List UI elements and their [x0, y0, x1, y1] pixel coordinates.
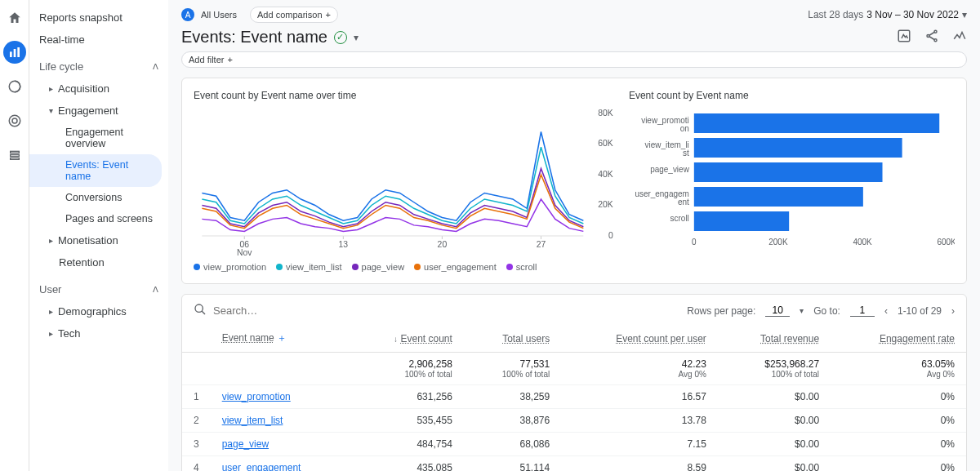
chevron-up-icon: ᐱ — [153, 285, 158, 294]
legend-item[interactable]: view_item_list — [276, 262, 341, 272]
legend-item[interactable]: view_promotion — [194, 262, 266, 272]
svg-point-45 — [195, 304, 203, 312]
sidebar-item-conversions[interactable]: Conversions — [29, 187, 168, 208]
col-event-name[interactable]: Event name — [222, 332, 274, 344]
plus-icon: + — [227, 55, 232, 64]
page-range: 1-10 of 29 — [898, 305, 942, 317]
customize-icon[interactable] — [897, 29, 911, 46]
sidebar-item-demographics[interactable]: ▸Demographics — [29, 300, 168, 322]
search-icon — [194, 303, 207, 318]
col-revenue[interactable]: Total revenue — [760, 333, 819, 344]
page-title: Events: Event name ✓ ▾ — [181, 28, 359, 47]
explore-icon[interactable] — [3, 75, 26, 98]
line-chart: Event count by Event name over time 020K… — [194, 90, 617, 272]
legend-item[interactable]: user_engagement — [414, 262, 497, 272]
audience-badge: A — [181, 8, 194, 21]
chevron-right-icon: ▸ — [49, 307, 53, 316]
svg-text:on: on — [680, 124, 689, 133]
col-engagement[interactable]: Engagement rate — [880, 333, 955, 344]
plus-icon: + — [326, 10, 331, 20]
all-users-chip[interactable]: All Users — [201, 7, 243, 22]
svg-text:st: st — [683, 149, 689, 158]
sidebar-item-reports-snapshot[interactable]: Reports snapshot — [29, 7, 168, 29]
svg-rect-34 — [694, 162, 883, 182]
table-row: 4user_engagement435,08551,1148.59$0.000% — [182, 456, 966, 472]
chevron-down-icon[interactable]: ▾ — [354, 32, 359, 43]
svg-point-11 — [927, 35, 929, 38]
goto-input[interactable] — [850, 304, 875, 317]
sidebar-item-engagement-overview[interactable]: Engagement overview — [29, 122, 168, 154]
advertising-icon[interactable] — [3, 109, 26, 132]
svg-text:0: 0 — [608, 231, 613, 240]
add-comparison-button[interactable]: Add comparison+ — [250, 7, 338, 23]
svg-rect-36 — [694, 187, 863, 207]
svg-text:13: 13 — [339, 240, 349, 249]
rows-per-page-label: Rows per page: — [687, 305, 755, 317]
table-row: 2view_item_list535,45538,87613.78$0.000% — [182, 409, 966, 433]
svg-rect-1 — [13, 49, 16, 57]
event-link[interactable]: view_item_list — [222, 415, 283, 426]
add-dimension-button[interactable]: ＋ — [277, 332, 287, 344]
svg-rect-7 — [10, 154, 19, 156]
table-row: 3page_view484,75468,0867.15$0.000% — [182, 433, 966, 456]
svg-text:80K: 80K — [598, 109, 613, 118]
svg-text:20: 20 — [438, 240, 448, 249]
bar-chart: Event count by Event name view_promotion… — [629, 90, 955, 272]
share-icon[interactable] — [924, 29, 939, 46]
home-icon[interactable] — [3, 7, 26, 29]
table-row: 1view_promotion631,25638,25916.57$0.000% — [182, 385, 966, 409]
col-total-users[interactable]: Total users — [502, 333, 550, 344]
svg-rect-6 — [10, 151, 19, 153]
chevron-down-icon: ▾ — [962, 9, 967, 20]
goto-label: Go to: — [813, 305, 840, 317]
svg-text:ent: ent — [678, 198, 689, 207]
svg-point-5 — [12, 118, 17, 123]
sidebar-item-tech[interactable]: ▸Tech — [29, 322, 168, 344]
col-event-count[interactable]: Event count — [400, 333, 452, 344]
main-content: A All Users Add comparison+ Last 28 days… — [168, 0, 980, 471]
verified-icon[interactable]: ✓ — [334, 31, 347, 44]
svg-point-12 — [934, 39, 937, 42]
sidebar-item-acquisition[interactable]: ▸Acquisition — [29, 78, 168, 100]
sidebar-item-events[interactable]: Events: Event name — [29, 154, 162, 187]
date-range-picker[interactable]: Last 28 days 3 Nov – 30 Nov 2022 ▾ — [808, 9, 967, 20]
chevron-right-icon: ▸ — [49, 84, 53, 93]
next-page-icon[interactable]: › — [951, 305, 955, 317]
sidebar-item-engagement[interactable]: ▾Engagement — [29, 100, 168, 122]
svg-rect-28 — [694, 113, 939, 133]
svg-text:Nov: Nov — [237, 248, 252, 256]
bar-chart-title: Event count by Event name — [629, 90, 955, 101]
svg-rect-2 — [17, 47, 20, 57]
svg-text:60K: 60K — [598, 140, 613, 149]
svg-rect-39 — [694, 211, 789, 231]
rows-per-page-select[interactable] — [765, 304, 790, 317]
event-link[interactable]: view_promotion — [222, 391, 291, 402]
svg-rect-0 — [10, 51, 12, 57]
sidebar-section-lifecycle[interactable]: Life cycleᐱ — [29, 56, 168, 78]
sidebar-item-pages[interactable]: Pages and screens — [29, 208, 168, 229]
configure-icon[interactable] — [3, 144, 26, 167]
sidebar-item-monetisation[interactable]: ▸Monetisation — [29, 229, 168, 251]
svg-point-10 — [934, 30, 937, 33]
insights-icon[interactable] — [952, 29, 967, 46]
add-filter-button[interactable]: Add filter+ — [181, 51, 967, 68]
data-table: Rows per page: ▾ Go to: ‹ 1-10 of 29 › E… — [181, 294, 967, 471]
legend-item[interactable]: page_view — [352, 262, 405, 272]
chevron-up-icon: ᐱ — [153, 62, 158, 71]
event-link[interactable]: user_engagement — [222, 462, 301, 471]
svg-point-4 — [9, 115, 20, 127]
svg-rect-31 — [694, 138, 902, 158]
sidebar-item-realtime[interactable]: Real-time — [29, 29, 168, 51]
prev-page-icon[interactable]: ‹ — [884, 305, 888, 317]
nav-rail — [0, 0, 29, 471]
svg-text:40K: 40K — [598, 170, 613, 179]
legend-item[interactable]: scroll — [506, 262, 537, 272]
sidebar-section-user[interactable]: Userᐱ — [29, 278, 168, 300]
search-input[interactable] — [213, 304, 376, 317]
svg-text:page_view: page_view — [650, 165, 689, 174]
reports-icon[interactable] — [3, 41, 26, 64]
sidebar-item-retention[interactable]: Retention — [29, 251, 168, 273]
col-per-user[interactable]: Event count per user — [616, 333, 706, 344]
svg-text:200K: 200K — [768, 238, 788, 247]
event-link[interactable]: page_view — [222, 438, 269, 450]
